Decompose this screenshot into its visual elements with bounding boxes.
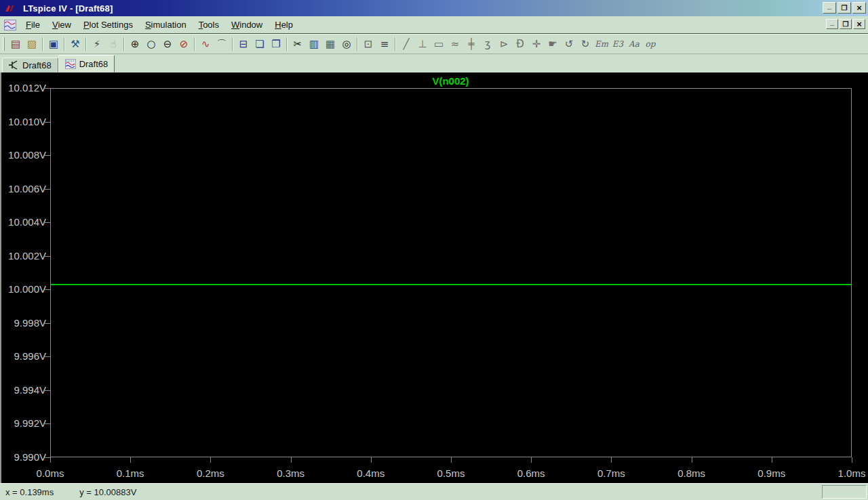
- x-axis-tick: [852, 457, 852, 463]
- toolbar: ▤▨▣⚒⚡☝⊕○⊖⊘∿⌒⊟❏❐✂▥▦◎⊡≡╱⊥▭≈╪ʒ⊳Ð✛☛↺↻EmE3Aao…: [0, 34, 868, 54]
- axes-button[interactable]: ⌒: [214, 36, 230, 52]
- edit-sim-cmd-button[interactable]: Em: [593, 36, 610, 52]
- x-axis-tick: [451, 457, 452, 463]
- x-axis-label: 0.2ms: [190, 467, 231, 479]
- close-icon: ×: [856, 3, 862, 12]
- capacitor-button[interactable]: ╪: [463, 36, 479, 52]
- text-button[interactable]: Aa: [626, 36, 642, 52]
- restore-button[interactable]: ❐: [837, 2, 851, 14]
- x-axis-tick: [531, 457, 532, 463]
- y-axis-tick: [44, 356, 51, 357]
- component-button[interactable]: Ð: [512, 36, 528, 52]
- zoom-in-icon: ⊕: [131, 39, 140, 49]
- zoom-out-icon: ⊖: [163, 39, 172, 49]
- ground-button[interactable]: ⊥: [414, 36, 431, 52]
- x-axis-tick: [692, 457, 692, 463]
- close-button[interactable]: ×: [852, 2, 866, 14]
- arrange-windows-icon: ❐: [271, 39, 280, 49]
- component-icon: Ð: [516, 39, 524, 49]
- run-button[interactable]: ⚡: [89, 36, 105, 52]
- x-axis-label: 0.8ms: [671, 467, 712, 479]
- save-button[interactable]: ▣: [45, 36, 62, 52]
- status-bar: x = 0.139ms y = 10.00883V: [0, 483, 868, 500]
- open-file-button[interactable]: ▨: [24, 36, 40, 52]
- control-panel-icon: ⚒: [71, 39, 79, 49]
- undo-icon: ↺: [565, 39, 574, 49]
- print-preview-button[interactable]: ⊡: [360, 36, 376, 52]
- x-axis-label: 0.1ms: [110, 467, 151, 479]
- ltspice-logo-icon[interactable]: [3, 3, 16, 14]
- drag-icon: ✛: [532, 39, 541, 49]
- arrange-windows-button[interactable]: ❐: [268, 36, 284, 52]
- tab-schematic-draft68[interactable]: Draft68: [2, 58, 58, 72]
- spice-directive-button[interactable]: op: [642, 36, 658, 52]
- toolbar-buttons: ▤▨▣⚒⚡☝⊕○⊖⊘∿⌒⊟❏❐✂▥▦◎⊡≡╱⊥▭≈╪ʒ⊳Ð✛☛↺↻EmE3Aao…: [7, 36, 658, 52]
- move-button[interactable]: ☛: [545, 36, 561, 52]
- tile-windows-button[interactable]: ⊟: [235, 36, 252, 52]
- schematic-icon: [9, 60, 19, 70]
- menu-simulation[interactable]: Simulation: [139, 18, 193, 32]
- edit-sim-cmd-icon: Em: [595, 40, 608, 48]
- menu-tools[interactable]: Tools: [193, 18, 225, 32]
- menu-plot-settings[interactable]: Plot Settings: [77, 18, 139, 32]
- waveform-window-icon[interactable]: [3, 19, 17, 30]
- toolbar-separator: [85, 37, 87, 51]
- y-axis-label: 10.008V: [3, 150, 46, 161]
- menu-view[interactable]: View: [46, 18, 77, 32]
- x-axis-label: 0.0ms: [30, 467, 71, 479]
- zoom-full-button[interactable]: ⊘: [176, 36, 192, 52]
- child-restore-button[interactable]: ❐: [840, 19, 852, 29]
- tab-bar: Draft68 Draft68: [0, 54, 868, 72]
- print-button[interactable]: ≡: [376, 36, 393, 52]
- zoom-out-button[interactable]: ⊖: [159, 36, 176, 52]
- cut-button[interactable]: ✂: [290, 36, 306, 52]
- menu-window[interactable]: Window: [225, 18, 269, 32]
- wire-button[interactable]: ╱: [398, 36, 414, 52]
- x-axis-label: 1.0ms: [831, 467, 868, 479]
- x-axis-label: 0.9ms: [751, 467, 792, 479]
- plot-canvas[interactable]: V(n002) 10.012V10.010V10.008V10.006V10.0…: [0, 72, 868, 483]
- new-schematic-button[interactable]: ▤: [7, 36, 24, 52]
- y-axis-tick: [44, 256, 51, 257]
- autorange-button[interactable]: ∿: [197, 36, 214, 52]
- x-axis-label: 0.3ms: [271, 467, 311, 479]
- diode-button[interactable]: ⊳: [496, 36, 512, 52]
- undo-button[interactable]: ↺: [561, 36, 577, 52]
- tab-waveform-draft68[interactable]: Draft68: [58, 55, 115, 72]
- paste-icon: ▦: [326, 39, 335, 49]
- redo-button[interactable]: ↻: [577, 36, 593, 52]
- minimize-button[interactable]: _: [823, 2, 836, 14]
- halt-button[interactable]: ☝: [105, 36, 121, 52]
- menu-help[interactable]: Help: [269, 18, 299, 32]
- drag-button[interactable]: ✛: [528, 36, 545, 52]
- axes-icon: ⌒: [217, 39, 227, 49]
- menu-bar: FileViewPlot SettingsSimulationToolsWind…: [0, 16, 868, 34]
- y-axis-label: 9.992V: [3, 418, 46, 429]
- statusbar-panel: [822, 485, 867, 499]
- paste-button[interactable]: ▦: [322, 36, 338, 52]
- control-panel-button[interactable]: ⚒: [67, 36, 83, 52]
- resistor-button[interactable]: ≈: [447, 36, 463, 52]
- cursor-y-readout: y = 10.00883V: [79, 487, 136, 497]
- menu-file[interactable]: File: [20, 18, 46, 32]
- title-bar[interactable]: LTspice IV - [Draft68] _ ❐ ×: [0, 0, 868, 16]
- copy-button[interactable]: ▥: [306, 36, 322, 52]
- toolbar-separator: [42, 37, 43, 51]
- copy-icon: ▥: [309, 39, 319, 49]
- y-axis-label: 10.000V: [3, 284, 46, 295]
- inductor-button[interactable]: ʒ: [479, 36, 496, 52]
- x-axis-tick: [291, 457, 292, 463]
- cascade-windows-button[interactable]: ❏: [252, 36, 268, 52]
- child-close-button[interactable]: ×: [853, 19, 865, 29]
- toolbar-separator: [123, 37, 125, 51]
- net-label-button[interactable]: ▭: [431, 36, 447, 52]
- menubar-items: FileViewPlot SettingsSimulationToolsWind…: [20, 18, 299, 32]
- find-button[interactable]: ◎: [338, 36, 355, 52]
- edit-sim2-button[interactable]: E3: [610, 36, 626, 52]
- zoom-in-button[interactable]: ⊕: [127, 36, 143, 52]
- y-axis-label: 10.004V: [3, 217, 46, 228]
- zoom-area-button[interactable]: ○: [143, 36, 159, 52]
- child-minimize-button[interactable]: _: [826, 19, 838, 29]
- plot-title: V(n002): [50, 75, 851, 87]
- zoom-area-icon: ○: [146, 39, 155, 49]
